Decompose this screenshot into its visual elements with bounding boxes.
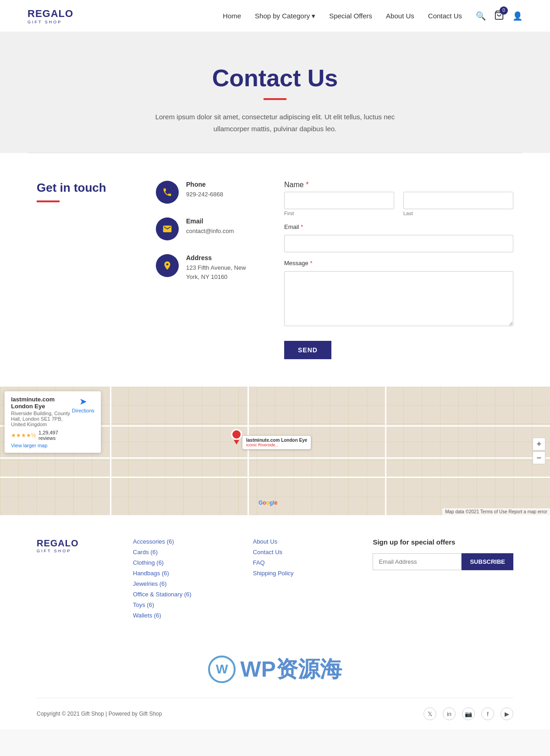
first-label: First [284,211,394,216]
site-header: REGALO GIFT SHOP Home Shop by Category ▾… [0,0,550,32]
message-group: Message * [284,260,513,326]
cart-icon[interactable]: 0 [494,10,504,22]
instagram-icon[interactable]: 📷 [462,707,475,720]
first-name-input[interactable] [284,192,394,209]
directions-label: Directions [72,408,94,413]
footer-category-link[interactable]: Handbags (6) [133,570,226,577]
nav-contact-us[interactable]: Contact Us [428,12,462,20]
footer-links: About UsContact UsFAQShipping Policy [253,538,346,623]
map-road [385,387,386,515]
email-label: Email [186,217,234,225]
nav-special-offers[interactable]: Special Offers [329,12,372,20]
email-item: Email contact@info.com [156,217,257,240]
user-icon[interactable]: 👤 [512,11,522,21]
copyright-text: Copyright © 2021 Gift Shop | Powered by … [37,711,162,717]
map-road [0,477,550,478]
pin-circle [231,429,242,440]
logo-tagline: GIFT SHOP [28,20,73,24]
nav-icons: 🔍 0 👤 [476,10,522,22]
footer-nav-link[interactable]: About Us [253,538,346,545]
search-icon[interactable]: 🔍 [476,11,486,21]
logo-name: REGALO [28,8,73,20]
twitter-icon[interactable]: 𝕏 [424,707,436,720]
footer-nav-link[interactable]: Contact Us [253,549,346,556]
email-group: Email * [284,223,513,252]
footer-bottom: Copyright © 2021 Gift Shop | Powered by … [37,698,513,720]
footer-category-link[interactable]: Cards (6) [133,549,226,556]
email-form-label: Email * [284,223,513,230]
footer-categories: Accessories (6)Cards (6)Clothing (6)Hand… [133,538,226,623]
message-form-label: Message * [284,260,513,267]
address-icon-circle [156,254,179,277]
nav-about-us[interactable]: About Us [386,12,414,20]
address-value: 123 Fifth Avenue, New York, NY 10160 [186,263,257,281]
map-road [248,387,249,515]
page-title: Contact Us [9,64,541,92]
phone-icon-circle [156,181,179,204]
site-logo[interactable]: REGALO GIFT SHOP [28,8,73,24]
name-label: Name * [284,181,308,189]
map-rating-row: ★★★★½ 1,29,497 reviews [11,430,72,441]
map-zoom-controls: + − [533,438,545,464]
footer-nav-link[interactable]: FAQ [253,559,346,566]
zoom-out-button[interactable]: − [533,451,545,464]
footer-category-link[interactable]: Wallets (6) [133,612,226,619]
email-input[interactable] [284,235,513,252]
wp-text: WP资源海 [240,655,341,684]
name-row: First Last [284,192,513,216]
map-label-bubble: lastminute.com London Eye Iconic Riversi… [242,435,311,450]
social-icons: 𝕏 in 📷 f ▶ [424,707,513,720]
subscribe-email-input[interactable] [373,553,462,570]
phone-info: Phone 929-242-6868 [186,181,223,199]
subscribe-button[interactable]: SUBSCRIBE [462,553,513,570]
footer-category-link[interactable]: Accessories (6) [133,538,226,545]
nav-shop-by-category[interactable]: Shop by Category ▾ [255,12,315,20]
last-label: Last [403,211,513,216]
contact-middle: Phone 929-242-6868 Email contact@info.co… [156,181,257,359]
footer-nav-links: About UsContact UsFAQShipping Policy [253,538,346,577]
send-button[interactable]: SEND [284,341,331,359]
email-info: Email contact@info.com [186,217,234,236]
address-info: Address 123 Fifth Avenue, New York, NY 1… [186,254,257,281]
map-review-count: 1,29,497 reviews [38,430,72,441]
contact-form: Name * First Last Email * Message [284,181,513,359]
footer-category-link[interactable]: Office & Stationary (6) [133,591,226,598]
map-attribution: Map data ©2021 Terms of Use Report a map… [442,508,550,515]
footer-top: REGALO GIFT SHOP Accessories (6)Cards (6… [37,538,513,641]
footer-categories-links: Accessories (6)Cards (6)Clothing (6)Hand… [133,538,226,619]
map-stars: ★★★★½ [11,432,36,439]
main-nav: Home Shop by Category ▾ Special Offers A… [223,12,462,20]
map-road [0,457,550,459]
directions-button[interactable]: ➤ Directions [72,396,94,413]
map-info-card: lastminute.com London Eye Riverside Buil… [5,391,101,453]
first-name-group: First [284,192,394,216]
footer-category-link[interactable]: Jewelries (6) [133,580,226,587]
zoom-in-button[interactable]: + [533,438,545,450]
cart-count: 0 [500,6,508,15]
title-underline [264,98,286,100]
footer-logo-tagline: GIFT SHOP [37,549,105,553]
email-value: contact@info.com [186,227,234,236]
message-input[interactable] [284,271,513,326]
youtube-icon[interactable]: ▶ [500,707,513,720]
footer-nav-link[interactable]: Shipping Policy [253,570,346,577]
hero-description: Lorem ipsum dolor sit amet, consectetur … [138,111,412,134]
email-subscribe-row: SUBSCRIBE [373,553,513,570]
directions-icon: ➤ [79,396,87,407]
map-container: lastminute.com London Eye Riverside Buil… [0,387,550,515]
site-footer: REGALO GIFT SHOP Accessories (6)Cards (6… [0,515,550,729]
view-larger-map-link[interactable]: View larger map [11,443,72,448]
footer-category-link[interactable]: Clothing (6) [133,559,226,566]
nav-home[interactable]: Home [223,12,241,20]
footer-brand-center: W WP资源海 [37,641,513,698]
map-pin [231,429,242,445]
last-name-input[interactable] [403,192,513,209]
contact-left: Get in touch [37,181,128,359]
linkedin-icon[interactable]: in [443,707,456,720]
address-item: Address 123 Fifth Avenue, New York, NY 1… [156,254,257,281]
footer-category-link[interactable]: Toys (6) [133,601,226,608]
phone-value: 929-242-6868 [186,190,223,199]
map-road [110,387,111,515]
facebook-icon[interactable]: f [481,707,494,720]
subscribe-heading: Sign up for special offers [373,538,513,546]
